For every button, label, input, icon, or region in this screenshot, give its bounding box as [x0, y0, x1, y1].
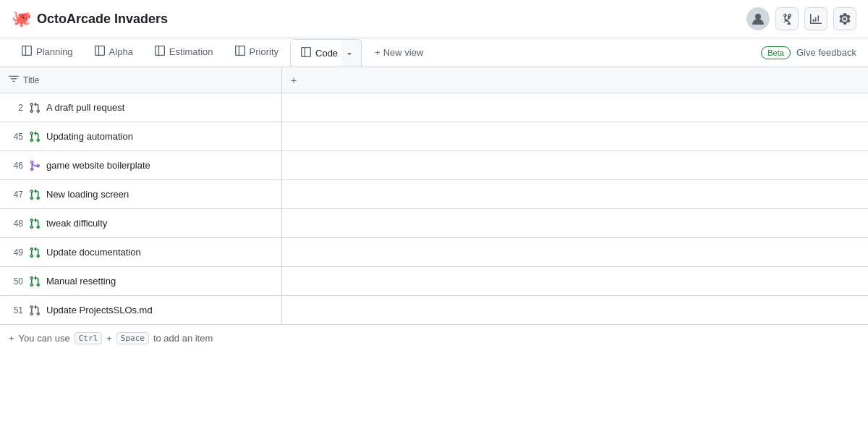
tab-estimation-label: Estimation [169, 46, 213, 57]
table-header: Title + [0, 67, 868, 93]
table-icon-priority [235, 46, 245, 58]
add-column-button[interactable]: + [282, 67, 305, 93]
beta-badge: Beta [761, 46, 791, 59]
add-item-suffix: to add an item [153, 333, 213, 344]
row-title-cell: 49 Update documentation [0, 238, 282, 266]
row-title-text[interactable]: Update documentation [46, 247, 141, 258]
pr-status-icon [29, 304, 41, 316]
row-extra-cell [282, 209, 868, 237]
pr-status-icon [29, 246, 41, 258]
add-item-plus-sign: + [106, 333, 112, 344]
table-row[interactable]: 47 New loading screen [0, 180, 868, 209]
row-title-cell: 50 Manual resetting [0, 267, 282, 295]
row-number: 51 [9, 305, 23, 315]
user-avatar[interactable] [746, 7, 770, 30]
tabs-bar: Planning Alpha Estimation Priority Code … [0, 38, 868, 67]
pr-status-icon [29, 188, 41, 200]
tab-priority-label: Priority [250, 46, 278, 57]
table-row[interactable]: 49 Update documentation [0, 238, 868, 267]
row-title-text[interactable]: Updating automation [46, 131, 133, 142]
app-icon: 🐙 [12, 9, 31, 28]
row-title-cell: 51 Update ProjectsSLOs.md [0, 296, 282, 324]
row-number: 49 [9, 247, 23, 258]
pr-status-icon [29, 159, 41, 171]
pr-status-icon [29, 217, 41, 229]
row-title-text[interactable]: Update ProjectsSLOs.md [46, 305, 153, 315]
row-number: 2 [9, 103, 23, 113]
settings-button[interactable] [833, 7, 856, 30]
row-extra-cell [282, 122, 868, 150]
row-number: 45 [9, 132, 23, 142]
app-header: 🐙 OctoArcade Invaders [0, 0, 868, 38]
row-title-text[interactable]: New loading screen [46, 189, 129, 200]
title-column-header: Title [0, 67, 282, 93]
app-title-text: OctoArcade Invaders [37, 12, 168, 27]
table-body: 2 A draft pull request 45 Updating autom… [0, 93, 868, 325]
row-title-text[interactable]: Manual resetting [46, 276, 116, 287]
tab-priority[interactable]: Priority [225, 38, 289, 67]
kbd-ctrl: Ctrl [75, 332, 103, 344]
row-title-cell: 46 game website boilerplate [0, 151, 282, 179]
add-item-row[interactable]: + You can use Ctrl + Space to add an ite… [0, 325, 868, 352]
table-row[interactable]: 50 Manual resetting [0, 267, 868, 296]
row-extra-cell [282, 296, 868, 324]
new-view-button[interactable]: + New view [366, 41, 432, 64]
table-row[interactable]: 45 Updating automation [0, 122, 868, 151]
tab-alpha[interactable]: Alpha [85, 38, 143, 67]
table-icon-estimation [155, 46, 165, 58]
app-title: 🐙 OctoArcade Invaders [12, 9, 168, 28]
new-view-plus-icon: + [375, 47, 380, 58]
tab-code-dropdown[interactable] [342, 46, 357, 61]
active-tab-code-wrap: Code [290, 39, 362, 67]
row-number: 48 [9, 219, 23, 229]
row-title-text[interactable]: game website boilerplate [46, 160, 150, 171]
beta-area: Beta Give feedback [761, 46, 856, 59]
tab-alpha-label: Alpha [109, 46, 133, 57]
header-actions [746, 7, 856, 30]
table-row[interactable]: 2 A draft pull request [0, 93, 868, 122]
row-extra-cell [282, 93, 868, 122]
row-number: 47 [9, 190, 23, 200]
row-extra-cell [282, 151, 868, 179]
project-table: Title + 2 A draft pull request 45 Updati… [0, 67, 868, 352]
row-title-text[interactable]: tweak difficulty [46, 218, 107, 229]
row-title-cell: 47 New loading screen [0, 180, 282, 208]
row-extra-cell [282, 267, 868, 295]
row-number: 46 [9, 161, 23, 171]
tab-code-label: Code [315, 48, 338, 59]
filter-icon [9, 74, 19, 86]
table-row[interactable]: 51 Update ProjectsSLOs.md [0, 296, 868, 325]
tab-code[interactable]: Code [291, 40, 342, 67]
table-icon-planning [22, 46, 32, 58]
tab-estimation[interactable]: Estimation [145, 38, 224, 67]
row-title-cell: 48 tweak difficulty [0, 209, 282, 237]
pr-status-icon [29, 130, 41, 143]
table-row[interactable]: 46 game website boilerplate [0, 151, 868, 180]
pr-status-icon [29, 101, 41, 114]
row-title-cell: 2 A draft pull request [0, 93, 282, 122]
table-icon-code [301, 47, 311, 59]
title-column-label: Title [23, 75, 39, 85]
row-title-cell: 45 Updating automation [0, 122, 282, 150]
tab-planning[interactable]: Planning [12, 38, 83, 67]
add-item-plus: + [9, 333, 14, 344]
kbd-space: Space [116, 332, 149, 344]
give-feedback-link[interactable]: Give feedback [796, 47, 856, 58]
tab-planning-label: Planning [36, 46, 73, 57]
branch-button[interactable] [775, 7, 799, 30]
new-view-label: New view [383, 47, 424, 58]
row-extra-cell [282, 180, 868, 208]
row-title-text[interactable]: A draft pull request [46, 102, 124, 113]
chart-button[interactable] [804, 7, 827, 30]
table-row[interactable]: 48 tweak difficulty [0, 209, 868, 238]
row-number: 50 [9, 276, 23, 287]
table-icon-alpha [95, 46, 105, 58]
add-item-prefix: You can use [19, 333, 70, 344]
row-extra-cell [282, 238, 868, 266]
svg-point-0 [755, 14, 761, 20]
pr-status-icon [29, 275, 41, 287]
